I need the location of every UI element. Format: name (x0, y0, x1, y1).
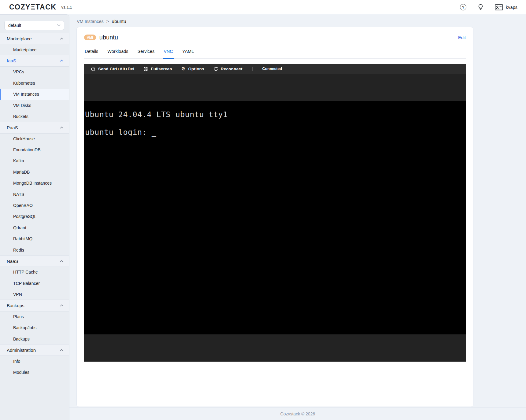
power-icon (91, 67, 95, 71)
sidebar-item-mariadb[interactable]: MariaDB (0, 167, 69, 178)
main-area: VM Instances > ubuntu VMI ubuntu Edit De… (69, 14, 526, 420)
sidebar-section-paas[interactable]: PaaS (0, 122, 69, 133)
sidebar-item-mongodb-instances[interactable]: MongoDB Instances (0, 178, 69, 189)
lightbulb-icon (478, 4, 483, 10)
breadcrumb-separator: > (106, 19, 109, 24)
chevron-up-icon (60, 349, 63, 351)
fullscreen-icon (143, 67, 148, 71)
theme-toggle-button[interactable] (478, 4, 483, 10)
app-logo[interactable]: COZYΞTACK (9, 3, 56, 11)
sidebar-item-postgresql[interactable]: PostgreSQL (0, 211, 69, 222)
send-ctrl-alt-del-button[interactable]: Send Ctrl+Alt+Del (91, 67, 134, 71)
help-button[interactable]: ? (460, 4, 466, 10)
sidebar-item-rabbitmq[interactable]: RabbitMQ (0, 233, 69, 244)
chevron-up-icon (60, 38, 63, 40)
sidebar-section-label: PaaS (7, 125, 18, 130)
sidebar-item-info[interactable]: Info (0, 356, 69, 367)
sidebar-item-backupjobs[interactable]: BackupJobs (0, 322, 69, 333)
id-card-icon (495, 4, 503, 10)
page-title: ubuntu (99, 34, 118, 41)
sidebar-section-administration[interactable]: Administration (0, 344, 69, 356)
resource-kind-badge: VMI (84, 35, 96, 40)
app-version: v1.1.1 (61, 5, 72, 9)
sidebar-item-qdrant[interactable]: Qdrant (0, 222, 69, 233)
tab-workloads[interactable]: Workloads (107, 49, 129, 59)
sidebar-section-naas[interactable]: NaaS (0, 256, 69, 267)
sidebar-item-kubernetes[interactable]: Kubernetes (0, 78, 69, 89)
sidebar-section-iaas[interactable]: IaaS (0, 55, 69, 66)
app-header: COZYΞTACK v1.1.1 ? kvaps (0, 0, 526, 14)
edit-button[interactable]: Edit (458, 35, 466, 40)
sidebar-item-buckets[interactable]: Buckets (0, 111, 69, 122)
user-menu[interactable]: kvaps (495, 4, 517, 10)
vm-detail-card: VMI ubuntu Edit DetailsWorkloadsServices… (76, 27, 473, 407)
question-circle-icon: ? (460, 4, 466, 10)
tab-bar: DetailsWorkloadsServicesVNCYAML (84, 49, 466, 59)
chevron-down-icon (57, 24, 61, 27)
terminal-output: Ubuntu 24.04.4 LTS ubuntu tty1 ubuntu lo… (84, 101, 466, 137)
breadcrumb-current: ubuntu (112, 19, 126, 24)
sidebar-section-label: Backups (7, 303, 24, 308)
sidebar-item-clickhouse[interactable]: ClickHouse (0, 133, 69, 144)
sidebar-section-label: Marketplace (7, 36, 32, 41)
sidebar-section-label: IaaS (7, 58, 16, 63)
vnc-screen-container: Ubuntu 24.04.4 LTS ubuntu tty1 ubuntu lo… (84, 74, 466, 362)
reload-icon (213, 67, 218, 71)
toolbar-divider (252, 67, 253, 71)
username: kvaps (506, 5, 517, 10)
sidebar-section-marketplace[interactable]: Marketplace (0, 33, 69, 44)
copyright-text: Cozystack © 2026 (280, 411, 315, 416)
tab-yaml[interactable]: YAML (182, 49, 194, 59)
app-body: default MarketplaceMarketplaceIaaSVPCsKu… (0, 14, 526, 420)
sidebar-section-backups[interactable]: Backups (0, 300, 69, 311)
sidebar-item-plans[interactable]: Plans (0, 311, 69, 322)
sidebar-section-label: Administration (7, 348, 36, 353)
chevron-up-icon (60, 304, 63, 307)
vnc-button-label: Reconnect (221, 67, 243, 71)
sidebar-item-vm-instances[interactable]: VM Instances (0, 89, 69, 100)
fullscreen-button[interactable]: Fullscreen (143, 67, 172, 71)
tab-details[interactable]: Details (84, 49, 99, 59)
page-footer: Cozystack © 2026 (69, 407, 526, 420)
vnc-panel: Send Ctrl+Alt+DelFullscreen⚙OptionsRecon… (84, 64, 466, 362)
sidebar-sections: MarketplaceMarketplaceIaaSVPCsKubernetes… (0, 33, 69, 378)
sidebar: default MarketplaceMarketplaceIaaSVPCsKu… (0, 14, 69, 420)
vnc-toolbar: Send Ctrl+Alt+DelFullscreen⚙OptionsRecon… (84, 64, 466, 74)
chevron-up-icon (60, 60, 63, 62)
chevron-up-icon (60, 127, 63, 129)
reconnect-button[interactable]: Reconnect (213, 67, 243, 71)
sidebar-item-http-cache[interactable]: HTTP Cache (0, 267, 69, 278)
sidebar-item-redis[interactable]: Redis (0, 244, 69, 255)
sidebar-item-nats[interactable]: NATS (0, 189, 69, 200)
vnc-button-label: Send Ctrl+Alt+Del (98, 67, 134, 71)
chevron-up-icon (60, 260, 63, 262)
gear-icon: ⚙ (181, 67, 186, 71)
breadcrumb-parent[interactable]: VM Instances (77, 19, 104, 24)
sidebar-item-foundationdb[interactable]: FoundationDB (0, 144, 69, 155)
sidebar-item-openbao[interactable]: OpenBAO (0, 200, 69, 211)
sidebar-item-vpcs[interactable]: VPCs (0, 66, 69, 77)
sidebar-item-backups[interactable]: Backups (0, 333, 69, 344)
options-button[interactable]: ⚙Options (181, 67, 204, 71)
tab-vnc[interactable]: VNC (163, 49, 174, 59)
connection-status: Connected (262, 67, 282, 71)
sidebar-item-tcp-balancer[interactable]: TCP Balancer (0, 278, 69, 289)
sidebar-item-vm-disks[interactable]: VM Disks (0, 100, 69, 111)
breadcrumb: VM Instances > ubuntu (77, 19, 526, 24)
tab-services[interactable]: Services (137, 49, 155, 59)
card-header: VMI ubuntu Edit (84, 27, 466, 41)
header-actions: ? kvaps (460, 4, 517, 10)
vnc-canvas[interactable]: Ubuntu 24.04.4 LTS ubuntu tty1 ubuntu lo… (84, 101, 466, 334)
namespace-select-value: default (8, 23, 21, 28)
sidebar-item-vpn[interactable]: VPN (0, 289, 69, 300)
sidebar-item-kafka[interactable]: Kafka (0, 155, 69, 166)
sidebar-item-modules[interactable]: Modules (0, 367, 69, 378)
namespace-select[interactable]: default (4, 21, 64, 30)
sidebar-item-marketplace[interactable]: Marketplace (0, 44, 69, 55)
vnc-button-label: Fullscreen (151, 67, 172, 71)
sidebar-section-label: NaaS (7, 259, 18, 264)
vnc-button-label: Options (188, 67, 204, 71)
